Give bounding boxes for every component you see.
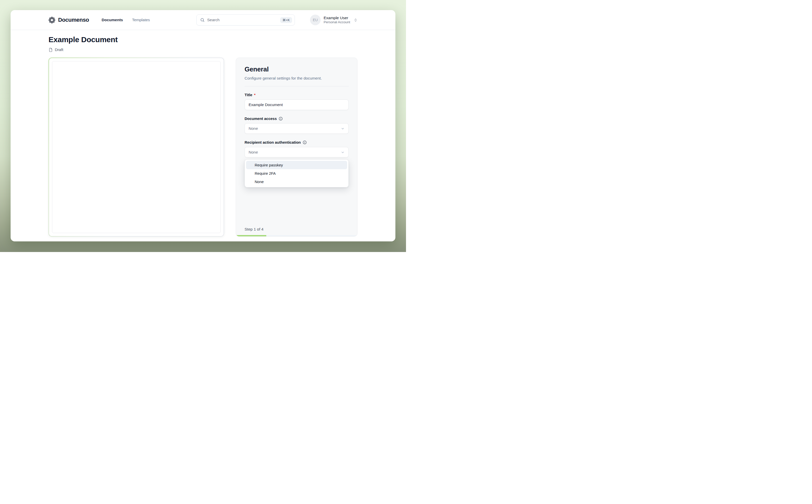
app-window: Documenso Documents Templates Search ⌘+K… (11, 10, 395, 241)
title-input[interactable]: Example Document (244, 99, 349, 110)
panel-description: Configure general settings for the docum… (244, 76, 349, 81)
nav-links: Documents Templates (102, 18, 150, 22)
title-field-label: Title (244, 93, 252, 97)
search-shortcut-badge: ⌘+K (280, 17, 292, 23)
general-settings-panel: General Configure general settings for t… (236, 58, 357, 237)
title-field-label-row: Title * (244, 93, 349, 97)
recipient-auth-dropdown-menu: Require passkey Require 2FA None (244, 159, 349, 187)
chevron-down-icon (341, 127, 344, 131)
document-preview (48, 58, 224, 237)
nav-link-templates[interactable]: Templates (132, 18, 150, 22)
pdf-page (52, 61, 220, 233)
panel-divider (244, 86, 349, 86)
user-account-type: Personal Account (324, 20, 350, 24)
search-icon (200, 18, 205, 22)
brand-name: Documenso (58, 17, 89, 23)
nav-link-documents[interactable]: Documents (102, 18, 123, 22)
progress-bar (236, 235, 357, 236)
top-nav: Documenso Documents Templates Search ⌘+K… (11, 10, 395, 30)
brand[interactable]: Documenso (48, 17, 89, 23)
user-menu[interactable]: EU Example User Personal Account (310, 15, 357, 25)
main-columns: General Configure general settings for t… (48, 58, 357, 237)
info-icon[interactable] (279, 117, 283, 121)
page-background: Documenso Documents Templates Search ⌘+K… (0, 0, 406, 252)
page-title: Example Document (48, 35, 357, 44)
recipient-auth-label: Recipient action authentication (244, 140, 301, 144)
document-access-value: None (249, 126, 258, 131)
user-name: Example User (324, 15, 350, 20)
recipient-auth-value: None (249, 150, 258, 155)
document-access-label-row: Document access (244, 116, 349, 121)
document-access-select[interactable]: None (244, 123, 349, 134)
status-text: Draft (55, 47, 63, 52)
step-indicator: Step 1 of 4 (244, 227, 349, 232)
recipient-auth-select[interactable]: None (244, 147, 349, 158)
avatar: EU (310, 15, 320, 25)
page-content: Example Document Draft General Configur (11, 30, 395, 241)
document-preview-inner (49, 58, 223, 236)
chevron-down-icon (341, 150, 344, 154)
document-status: Draft (48, 47, 357, 52)
title-input-value: Example Document (249, 103, 283, 107)
progress-fill (236, 235, 266, 236)
recipient-auth-label-row: Recipient action authentication (244, 140, 349, 144)
search-input[interactable]: Search ⌘+K (196, 14, 295, 26)
menu-item-require-2fa[interactable]: Require 2FA (246, 169, 347, 178)
menu-item-none[interactable]: None (246, 178, 347, 186)
documenso-logo-icon (48, 17, 55, 23)
required-asterisk: * (254, 93, 256, 97)
chevrons-up-down-icon (354, 18, 357, 22)
info-icon[interactable] (303, 140, 307, 144)
user-info: Example User Personal Account (324, 15, 350, 24)
document-access-label: Document access (244, 116, 277, 121)
file-icon (48, 48, 53, 52)
search-placeholder: Search (207, 18, 280, 22)
panel-title: General (244, 65, 349, 73)
menu-item-require-passkey[interactable]: Require passkey (246, 161, 347, 169)
panel-footer: Step 1 of 4 (236, 227, 357, 236)
logo-inner-path (50, 18, 54, 22)
